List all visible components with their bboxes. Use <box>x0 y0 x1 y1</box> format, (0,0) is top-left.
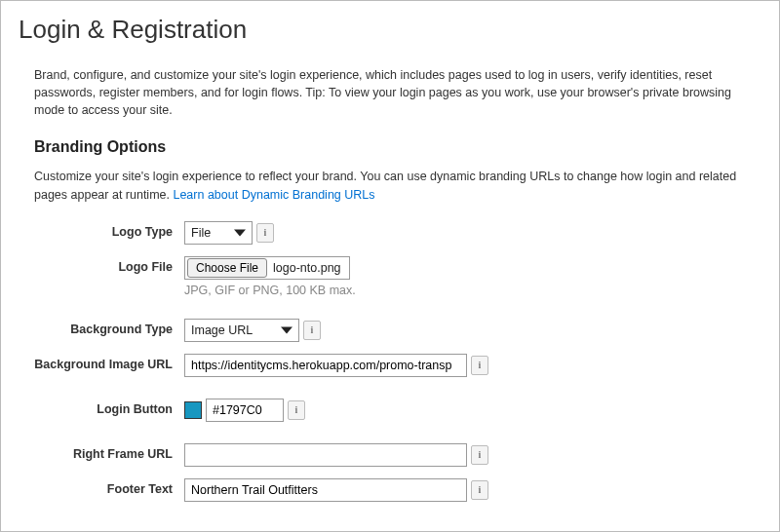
background-type-label: Background Type <box>19 319 184 336</box>
footer-text-input[interactable] <box>184 478 467 502</box>
chevron-down-icon <box>234 229 246 236</box>
info-icon[interactable]: i <box>256 223 274 243</box>
background-image-url-input[interactable] <box>184 354 467 377</box>
logo-file-label: Logo File <box>19 256 184 274</box>
chosen-filename: logo-nto.png <box>269 261 349 275</box>
branding-description-text: Customize your site's login experience t… <box>34 170 736 201</box>
logo-file-hint: JPG, GIF or PNG, 100 KB max. <box>184 284 761 297</box>
login-button-color-input[interactable] <box>206 399 284 422</box>
logo-file-row: Logo File Choose File logo-nto.png <box>19 256 761 280</box>
logo-type-select[interactable]: File <box>184 221 253 245</box>
chevron-down-icon <box>281 326 292 333</box>
login-button-row: Login Button i <box>19 399 761 422</box>
login-button-color-swatch[interactable] <box>184 401 202 419</box>
background-type-value: Image URL <box>191 323 266 337</box>
page-title: Login & Registration <box>19 15 761 45</box>
choose-file-button[interactable]: Choose File <box>187 258 267 278</box>
logo-type-value: File <box>191 226 224 240</box>
info-icon[interactable]: i <box>471 480 488 500</box>
info-icon[interactable]: i <box>303 321 321 340</box>
branding-section-title: Branding Options <box>19 138 761 156</box>
right-frame-url-label: Right Frame URL <box>19 443 184 461</box>
logo-type-row: Logo Type File i <box>19 221 761 245</box>
page-description: Brand, configure, and customize your sit… <box>19 66 761 119</box>
info-icon[interactable]: i <box>471 445 488 465</box>
footer-text-row: Footer Text i <box>19 478 761 502</box>
background-type-select[interactable]: Image URL <box>184 319 299 342</box>
info-icon[interactable]: i <box>288 400 305 420</box>
info-icon[interactable]: i <box>471 356 488 375</box>
background-type-row: Background Type Image URL i <box>19 319 761 342</box>
footer-text-label: Footer Text <box>19 478 184 496</box>
logo-type-label: Logo Type <box>19 221 184 239</box>
logo-file-chooser[interactable]: Choose File logo-nto.png <box>184 256 350 280</box>
background-image-url-label: Background Image URL <box>19 354 184 371</box>
branding-section-description: Customize your site's login experience t… <box>19 168 761 203</box>
login-button-label: Login Button <box>19 399 184 416</box>
right-frame-url-row: Right Frame URL i <box>19 443 761 467</box>
dynamic-branding-link[interactable]: Learn about Dynamic Branding URLs <box>173 188 374 202</box>
right-frame-url-input[interactable] <box>184 443 467 467</box>
background-image-url-row: Background Image URL i <box>19 354 761 377</box>
